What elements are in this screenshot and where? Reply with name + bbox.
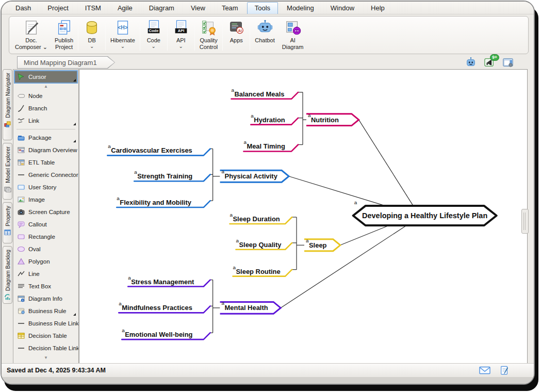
ribbon-tool-label: Diagram <box>282 44 304 51</box>
diagram-canvas[interactable]: Balanced MealsaHydrationaMeal TimingaNut… <box>79 69 528 364</box>
mail-icon[interactable] <box>479 366 490 375</box>
ai-diagram-icon <box>284 19 302 37</box>
tool-decision-table-link[interactable]: Decision Table Link <box>14 342 77 354</box>
side-tab-label: Property <box>5 206 11 226</box>
leaf-label[interactable]: Mindfulness Practices <box>122 304 192 312</box>
menu-project[interactable]: Project <box>40 3 76 13</box>
tool-label: Node <box>28 93 43 99</box>
ribbon-tool-chatbot[interactable]: Chatbot <box>251 18 278 52</box>
chatbot-icon[interactable] <box>465 57 477 68</box>
tool-business-rule[interactable]: Business Rule <box>14 305 77 317</box>
tool-branch[interactable]: Branch <box>14 102 77 115</box>
tool-user-story[interactable]: User Story <box>14 181 77 193</box>
ribbon-tool-api[interactable]: APIAPI⌄ <box>169 18 193 52</box>
ribbon-tool-hibernate[interactable]: <H>Hibernate⌄ <box>107 18 139 52</box>
side-tab-diagram-backlog[interactable]: Diagram Backlog <box>3 246 12 304</box>
leaf-label[interactable]: Balanced Meals <box>234 90 284 98</box>
menu-diagram[interactable]: Diagram <box>141 3 182 13</box>
tool-line[interactable]: Line <box>14 268 77 280</box>
announcements-badge: 9+ <box>490 54 499 61</box>
ribbon-tool-code[interactable]: CodeCode⌄ <box>141 18 166 52</box>
leaf-label[interactable]: Stress Management <box>131 278 194 286</box>
menu-bar: DashProjectITSMAgileDiagramViewTeamTools… <box>2 2 534 14</box>
leaf-label[interactable]: Meal Timing <box>247 142 285 150</box>
tool-oval[interactable]: Oval <box>14 243 77 255</box>
tool-label: Business Rule Link <box>28 320 79 326</box>
leaf-label[interactable]: Hydration <box>254 116 285 124</box>
node-marker: a <box>222 169 225 174</box>
tool-polygon[interactable]: Polygon <box>14 255 77 268</box>
tool-cursor[interactable]: Cursor <box>14 71 77 83</box>
menu-view[interactable]: View <box>183 3 213 13</box>
node-marker: a <box>117 195 120 201</box>
side-tab-diagram-navigator[interactable]: Diagram Navigator <box>3 69 12 140</box>
menu-modeling[interactable]: Modeling <box>279 3 322 13</box>
tool-decision-table[interactable]: Decision Table <box>14 330 77 342</box>
leaf-label[interactable]: Strength Training <box>137 172 192 180</box>
tool-business-rule-link[interactable]: Business Rule Link <box>14 317 77 330</box>
ribbon-separator <box>222 20 223 51</box>
chevron-down-icon[interactable]: ⌄ <box>179 44 183 48</box>
tool-package[interactable]: Package <box>14 132 77 144</box>
tool-image[interactable]: Image <box>14 193 77 206</box>
menu-dash[interactable]: Dash <box>8 3 39 13</box>
node-marker: a <box>119 301 122 306</box>
ribbon-tool-publish-project[interactable]: PublishProject <box>51 18 77 52</box>
tool-diagram-overview[interactable]: Diagram Overview <box>14 144 77 156</box>
menu-help[interactable]: Help <box>363 3 392 13</box>
chevron-down-icon[interactable]: ⌄ <box>152 44 156 48</box>
ribbon-tool-db[interactable]: DB⌄ <box>79 18 104 52</box>
leaf-label[interactable]: Sleep Quality <box>239 241 282 249</box>
tab-mind-mapping-diagram1[interactable]: Mind Mapping Diagram1 <box>17 56 115 69</box>
announcements-icon[interactable]: 9+ <box>483 57 496 68</box>
menu-itsm[interactable]: ITSM <box>77 3 109 13</box>
model-explorer-icon <box>4 185 11 193</box>
palette-scroll-up-icon[interactable]: ▲ <box>13 83 78 90</box>
ribbon-tool-ai-diagram[interactable]: AIDiagram <box>278 18 307 52</box>
zigzag-icon <box>17 270 25 278</box>
leaf-label[interactable]: Sleep Duration <box>233 215 280 223</box>
tool-etl-table[interactable]: ETL Table <box>14 156 77 169</box>
tool-node[interactable]: Node <box>14 90 77 102</box>
node-marker: a <box>134 169 137 175</box>
svg-text:<H>: <H> <box>118 25 128 30</box>
ribbon-tool-doc-composer[interactable]: Doc.Composer ⌄ <box>11 18 51 52</box>
branch-node-label: Physical Activity <box>225 172 278 180</box>
palette-scroll-down-icon[interactable]: ▼ <box>13 354 78 361</box>
menu-team[interactable]: Team <box>214 3 246 13</box>
tool-text-box[interactable]: Text Box <box>14 280 77 292</box>
side-tab-property[interactable]: Property <box>3 202 12 243</box>
leaf-label[interactable]: Emotional Well-being <box>125 331 192 338</box>
leaf-label[interactable]: Sleep Routine <box>236 268 280 275</box>
diagram-info-icon: i <box>17 295 25 303</box>
tool-callout[interactable]: Callout <box>14 218 77 231</box>
tool-link[interactable]: Link <box>14 115 77 127</box>
menu-agile[interactable]: Agile <box>110 3 140 13</box>
node-icon <box>17 92 25 100</box>
tool-label: Rectangle <box>28 234 55 240</box>
property-icon <box>4 228 11 236</box>
tool-diagram-info[interactable]: iDiagram Info <box>14 292 77 305</box>
leaf-label[interactable]: Flexibility and Mobility <box>120 199 192 206</box>
ribbon-separator <box>105 20 106 51</box>
tool-rectangle[interactable]: Rectangle <box>14 231 77 243</box>
menu-window[interactable]: Window <box>323 3 362 13</box>
panel-collapse-grip[interactable] <box>521 209 529 234</box>
diagram-tab-title: Mind Mapping Diagram1 <box>24 59 97 67</box>
tool-screen-capture[interactable]: Screen Capture <box>14 206 77 218</box>
layout-panel-icon[interactable] <box>502 57 514 68</box>
chevron-down-icon[interactable]: ⌄ <box>90 44 94 48</box>
menu-tools[interactable]: Tools <box>247 2 278 14</box>
tool-generic-connector[interactable]: Generic Connector <box>14 169 77 181</box>
user-story-icon <box>17 183 25 191</box>
leaf-label[interactable]: Cardiovascular Exercises <box>111 146 192 154</box>
side-tab-model-explorer[interactable]: Model Explorer <box>3 143 12 200</box>
chevron-down-icon[interactable]: ⌄ <box>121 44 125 48</box>
status-icons <box>479 366 510 375</box>
tool-label: Business Rule <box>28 308 67 314</box>
notes-icon[interactable] <box>499 366 510 375</box>
apps-icon: AI <box>227 19 245 37</box>
ribbon-tool-apps[interactable]: AIApps <box>224 18 249 52</box>
ribbon-tool-label: Project <box>55 44 73 51</box>
ribbon-tool-quality-control[interactable]: QualityControl <box>196 18 221 52</box>
